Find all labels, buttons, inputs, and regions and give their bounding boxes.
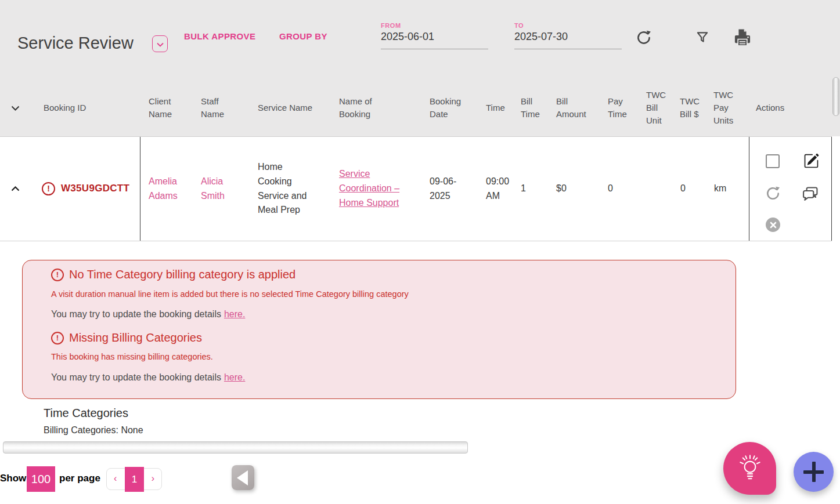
per-page-label: per page (59, 473, 100, 484)
alert-update-line: You may try to update the booking detail… (51, 372, 245, 383)
billing-categories-value: Billing Categories: None (44, 425, 143, 436)
actions-cell (749, 137, 832, 241)
alert-update-text: You may try to update the booking detail… (51, 309, 221, 319)
next-page-button[interactable]: › (152, 473, 154, 484)
booking-name-link[interactable]: Service Coordination – Home Support (339, 167, 411, 210)
comments-icon[interactable] (802, 184, 820, 208)
alert-detail: This booking has missing billing categor… (51, 352, 213, 361)
service-review-page: Service Review BULK APPROVE GROUP BY FRO… (0, 0, 840, 504)
alert-title-text: No Time Category billing category is app… (69, 268, 295, 281)
show-label: Show (0, 473, 26, 484)
booking-date-cell: 09-06-2025 (423, 137, 479, 241)
to-date-field[interactable]: TO 2025-07-30 (514, 22, 622, 49)
chevron-down-icon (157, 39, 164, 49)
twc-pay-units-cell: km (707, 137, 749, 241)
table-header-row: Booking ID Client Name Staff Name Servic… (0, 70, 832, 136)
alert-detail: A visit duration manual line item is add… (51, 289, 409, 299)
refresh-icon[interactable] (636, 30, 652, 48)
name-of-booking-cell: Service Coordination – Home Support (331, 137, 423, 241)
update-booking-link[interactable]: here. (224, 372, 245, 382)
lightbulb-icon (737, 453, 763, 484)
to-date-value[interactable]: 2025-07-30 (514, 31, 622, 43)
staff-name-link[interactable]: Alicia Smith (194, 137, 251, 241)
header-staff-name: Staff Name (194, 70, 251, 136)
title-dropdown-button[interactable] (152, 35, 168, 52)
billing-alert-panel: ! No Time Category billing category is a… (22, 260, 736, 399)
plus-icon (812, 462, 816, 482)
booking-id-cell: ! W35U9GDCTT (30, 137, 140, 241)
service-name-cell: Home Cooking Service and Meal Prep (251, 137, 331, 241)
time-categories-heading: Time Categories (44, 407, 128, 420)
triangle-left-icon (237, 470, 248, 485)
cancel-icon[interactable] (766, 217, 780, 232)
pagination: ‹ 1 › (106, 468, 162, 490)
header-twc-bill-unit: TWC Bill Unit (639, 70, 673, 136)
time-cell: 09:00 AM (479, 137, 514, 241)
bill-amount-cell: $0 (549, 137, 601, 241)
header-bill-amount: Bill Amount (549, 70, 601, 136)
row-refresh-icon[interactable] (765, 186, 781, 206)
current-page-button[interactable]: 1 (125, 467, 144, 492)
header-service-name: Service Name (251, 70, 331, 136)
twc-bill-dollar-cell: 0 (673, 137, 707, 241)
filter-icon[interactable] (695, 30, 710, 48)
help-tips-fab[interactable] (723, 442, 776, 495)
header-time: Time (479, 70, 514, 136)
bulk-approve-button[interactable]: BULK APPROVE (184, 31, 255, 41)
booking-id-value: W35U9GDCTT (61, 181, 129, 196)
from-date-value[interactable]: 2025-06-01 (381, 31, 488, 43)
alert-icon: ! (51, 269, 64, 281)
page-size-select[interactable]: 100 (27, 466, 55, 492)
horizontal-scrollbar[interactable] (3, 441, 468, 454)
header-booking-id: Booking ID (30, 70, 140, 136)
header-actions: Actions (749, 70, 832, 136)
add-new-fab[interactable] (794, 452, 834, 492)
alert-title-text: Missing Billing Categories (69, 331, 202, 345)
chevron-up-icon (11, 182, 20, 196)
update-booking-link[interactable]: here. (224, 309, 245, 319)
to-label: TO (514, 22, 622, 29)
expand-all-toggle[interactable] (0, 70, 30, 136)
edit-icon[interactable] (803, 153, 819, 173)
page-title: Service Review (17, 34, 134, 53)
twc-bill-unit-cell (639, 137, 673, 241)
header-client-name: Client Name (140, 70, 194, 136)
previous-page-button[interactable]: ‹ (114, 473, 117, 484)
row-expander[interactable] (0, 137, 30, 241)
header-pay-time: Pay Time (601, 70, 639, 136)
alert-icon: ! (51, 332, 64, 345)
chevron-down-icon (11, 101, 20, 114)
alert-title: ! No Time Category billing category is a… (51, 268, 295, 281)
table-row: ! W35U9GDCTT Amelia Adams Alicia Smith H… (0, 136, 832, 241)
client-name-link[interactable]: Amelia Adams (140, 137, 194, 241)
header-booking-date: Booking Date (423, 70, 479, 136)
header-twc-bill-dollar: TWC Bill $ (673, 70, 707, 136)
pay-time-cell: 0 (601, 137, 639, 241)
print-icon[interactable] (733, 28, 752, 49)
alert-update-text: You may try to update the booking detail… (51, 372, 221, 382)
group-by-button[interactable]: GROUP BY (279, 31, 327, 41)
from-date-field[interactable]: FROM 2025-06-01 (381, 22, 488, 49)
alert-title: ! Missing Billing Categories (51, 331, 202, 345)
vertical-scrollbar[interactable] (832, 77, 839, 116)
booking-id-wrap: ! W35U9GDCTT (30, 181, 129, 196)
bill-time-cell: 1 (514, 137, 549, 241)
collapse-panel-button[interactable] (232, 465, 254, 490)
alert-update-line: You may try to update the booking detail… (51, 309, 245, 320)
from-label: FROM (381, 22, 488, 29)
warning-icon: ! (42, 182, 55, 195)
header-bill-time: Bill Time (514, 70, 549, 136)
header-name-of-booking: Name of Booking (331, 70, 423, 136)
header-twc-pay-units: TWC Pay Units (707, 70, 749, 136)
row-checkbox[interactable] (766, 154, 780, 168)
